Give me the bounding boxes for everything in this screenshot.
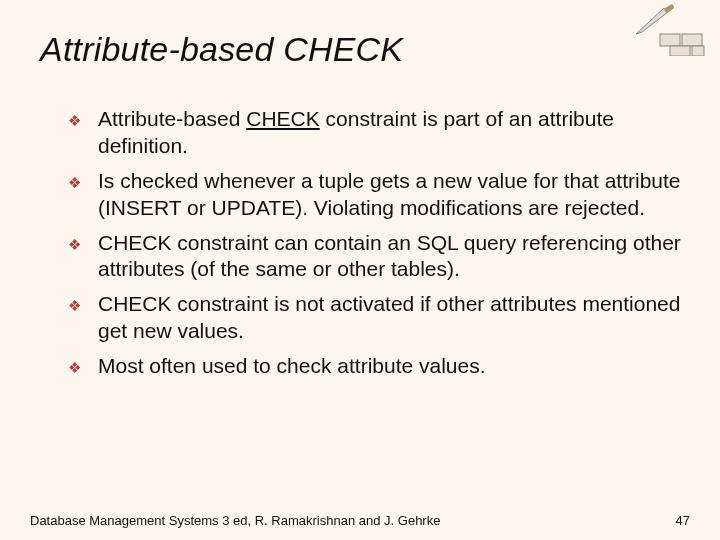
bullet-list: ❖ Attribute-based CHECK constraint is pa…	[68, 106, 684, 388]
bullet-item: ❖ CHECK constraint is not activated if o…	[68, 291, 684, 345]
diamond-bullet-icon: ❖	[68, 173, 81, 192]
slide: Attribute-based CHECK ❖ Attribute-based …	[0, 0, 720, 540]
svg-marker-4	[636, 8, 668, 34]
footer-source: Database Management Systems 3 ed, R. Ram…	[30, 513, 440, 528]
svg-rect-0	[660, 34, 680, 46]
diamond-bullet-icon: ❖	[68, 296, 81, 315]
bullet-item: ❖ Most often used to check attribute val…	[68, 353, 684, 380]
trowel-bricks-icon	[634, 4, 706, 56]
bullet-text: CHECK constraint can contain an SQL quer…	[98, 231, 681, 281]
bullet-prefix: Attribute-based	[98, 107, 246, 130]
bullet-item: ❖ Attribute-based CHECK constraint is pa…	[68, 106, 684, 160]
diamond-bullet-icon: ❖	[68, 235, 81, 254]
bullet-text: Most often used to check attribute value…	[98, 354, 486, 377]
bullet-underlined: CHECK	[246, 107, 320, 130]
bullet-text: Attribute-based CHECK constraint is part…	[98, 107, 614, 157]
svg-rect-1	[682, 34, 702, 46]
bullet-text: Is checked whenever a tuple gets a new v…	[98, 169, 681, 219]
svg-rect-2	[670, 46, 690, 56]
diamond-bullet-icon: ❖	[68, 111, 81, 130]
footer-page-number: 47	[676, 513, 690, 528]
slide-title: Attribute-based CHECK	[40, 30, 403, 69]
svg-rect-3	[692, 46, 704, 56]
slide-footer: Database Management Systems 3 ed, R. Ram…	[30, 513, 690, 528]
bullet-item: ❖ Is checked whenever a tuple gets a new…	[68, 168, 684, 222]
bullet-text: CHECK constraint is not activated if oth…	[98, 292, 680, 342]
diamond-bullet-icon: ❖	[68, 358, 81, 377]
bullet-item: ❖ CHECK constraint can contain an SQL qu…	[68, 230, 684, 284]
